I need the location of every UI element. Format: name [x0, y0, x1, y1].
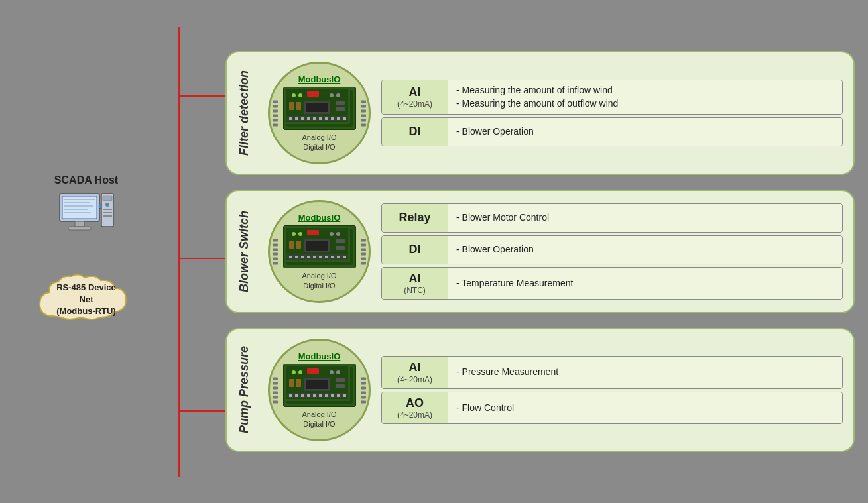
- svg-point-25: [330, 93, 334, 97]
- info-type-filter-detection-0: AI(4~20mA): [382, 80, 448, 114]
- modbus-sub-pump-pressure: Analog I/O Digital I/O: [302, 410, 337, 429]
- connection-svg: [159, 27, 225, 477]
- svg-rect-76: [306, 380, 328, 389]
- svg-rect-64: [325, 256, 328, 258]
- svg-rect-39: [319, 117, 322, 120]
- svg-rect-65: [331, 256, 334, 258]
- info-type-pump-pressure-1: AO(4~20mA): [382, 392, 448, 424]
- info-type-sub-pump-pressure-1: (4~20mA): [397, 410, 432, 419]
- svg-rect-84: [301, 394, 304, 397]
- info-type-main-blower-switch-0: Relay: [399, 211, 430, 225]
- svg-rect-79: [336, 378, 345, 382]
- svg-rect-83: [295, 394, 298, 397]
- info-row-blower-switch-1: DI- Blower Operation: [381, 235, 843, 264]
- info-desc-blower-switch-0: - Blower Motor Control: [448, 204, 842, 232]
- svg-rect-15: [103, 215, 112, 217]
- pcb-board-filter-detection: [283, 87, 356, 130]
- svg-rect-31: [336, 101, 345, 105]
- svg-rect-78: [296, 379, 301, 387]
- modbus-label-blower-switch: ModbusIO: [298, 213, 341, 223]
- info-row-filter-detection-1: DI- Blower Operation: [381, 117, 843, 146]
- svg-rect-37: [307, 117, 310, 120]
- svg-rect-36: [301, 117, 304, 120]
- svg-rect-30: [296, 102, 301, 110]
- svg-rect-41: [331, 117, 334, 120]
- svg-rect-38: [313, 117, 316, 120]
- svg-point-26: [336, 93, 340, 97]
- svg-rect-86: [313, 394, 316, 397]
- svg-rect-89: [331, 394, 334, 397]
- svg-rect-22: [307, 91, 319, 97]
- info-desc-filter-detection-0: - Measuring the amount of inflow wind - …: [448, 80, 842, 114]
- left-side: SCADA Host: [13, 174, 159, 329]
- svg-rect-32: [336, 107, 345, 111]
- right-panels: Filter detectionModbusIO Analog I/O Digi…: [225, 51, 855, 452]
- info-desc-filter-detection-1: - Blower Operation: [448, 118, 842, 146]
- svg-rect-29: [289, 102, 294, 110]
- svg-rect-58: [289, 256, 292, 258]
- svg-rect-46: [307, 230, 319, 235]
- page-container: SCADA Host: [0, 0, 868, 503]
- info-type-blower-switch-1: DI: [382, 236, 448, 264]
- svg-rect-14: [103, 212, 112, 213]
- svg-rect-66: [337, 256, 340, 258]
- svg-point-72: [298, 370, 302, 374]
- svg-rect-11: [103, 196, 112, 201]
- info-type-filter-detection-1: DI: [382, 118, 448, 146]
- svg-rect-59: [295, 256, 298, 258]
- svg-rect-77: [289, 379, 294, 387]
- panel-filter-detection: Filter detectionModbusIO Analog I/O Digi…: [225, 51, 855, 175]
- svg-rect-63: [319, 256, 322, 258]
- svg-point-74: [336, 370, 340, 374]
- info-type-sub-pump-pressure-0: (4~20mA): [397, 375, 432, 384]
- svg-point-73: [330, 370, 334, 374]
- svg-point-71: [292, 370, 296, 374]
- svg-rect-34: [289, 117, 292, 120]
- svg-rect-61: [307, 256, 310, 258]
- svg-rect-28: [306, 103, 328, 112]
- svg-point-48: [298, 232, 302, 236]
- svg-point-24: [298, 93, 302, 97]
- modbus-label-filter-detection: ModbusIO: [298, 74, 341, 84]
- panel-blower-switch: Blower SwitchModbusIO Analog I/O Digital…: [225, 190, 855, 313]
- info-type-main-blower-switch-1: DI: [409, 243, 421, 257]
- panel-label-blower-switch: Blower Switch: [237, 211, 257, 292]
- info-type-pump-pressure-0: AI(4~20mA): [382, 357, 448, 388]
- computer-icon: [56, 190, 116, 243]
- info-table-filter-detection: AI(4~20mA)- Measuring the amount of infl…: [381, 80, 843, 146]
- svg-point-47: [292, 232, 296, 236]
- svg-rect-52: [306, 241, 328, 251]
- svg-point-50: [336, 232, 340, 236]
- info-type-main-filter-detection-1: DI: [409, 125, 421, 139]
- svg-rect-35: [295, 117, 298, 120]
- info-type-main-filter-detection-0: AI: [397, 85, 432, 100]
- info-row-filter-detection-0: AI(4~20mA)- Measuring the amount of infl…: [381, 80, 843, 115]
- svg-rect-85: [307, 394, 310, 397]
- svg-rect-87: [319, 394, 322, 397]
- modbus-circle-filter-detection: ModbusIO Analog I/O Digital I/O: [268, 62, 371, 164]
- svg-rect-62: [313, 256, 316, 258]
- info-type-sub-filter-detection-0: (4~20mA): [397, 99, 432, 109]
- svg-rect-60: [301, 256, 304, 258]
- svg-point-23: [292, 93, 296, 97]
- svg-rect-56: [336, 246, 345, 250]
- info-type-blower-switch-2: AI(NTC): [382, 268, 448, 300]
- info-desc-blower-switch-2: - Temperature Measurement: [448, 268, 842, 300]
- modbus-circle-pump-pressure: ModbusIO Analog I/O Digital I/O: [268, 339, 371, 441]
- cloud-section: RS-485 Device Net (Modbus-RTU): [33, 270, 139, 329]
- info-table-blower-switch: Relay- Blower Motor ControlDI- Blower Op…: [381, 203, 843, 300]
- svg-rect-91: [343, 394, 346, 397]
- svg-rect-40: [325, 117, 328, 120]
- connection-lines-area: [159, 27, 225, 477]
- svg-rect-43: [343, 117, 346, 120]
- scada-label: SCADA Host: [54, 174, 118, 186]
- svg-rect-67: [343, 256, 346, 258]
- svg-rect-42: [337, 117, 340, 120]
- svg-rect-70: [307, 368, 319, 374]
- svg-rect-80: [336, 384, 345, 388]
- info-type-sub-blower-switch-2: (NTC): [404, 286, 426, 295]
- svg-rect-7: [75, 221, 84, 227]
- panel-pump-pressure: Pump PressureModbusIO Analog I/O Digital…: [225, 328, 855, 452]
- info-desc-pump-pressure-0: - Pressure Measurement: [448, 357, 842, 388]
- info-desc-pump-pressure-1: - Flow Control: [448, 392, 842, 424]
